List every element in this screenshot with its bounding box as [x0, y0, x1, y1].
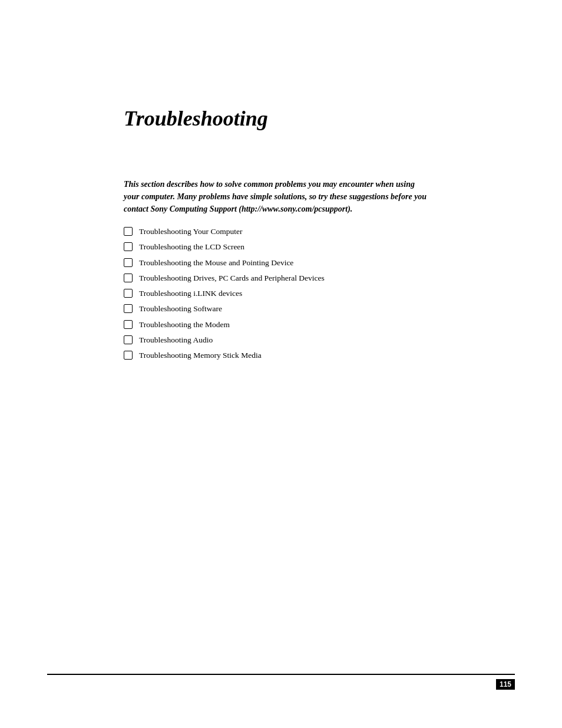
page-number: 115	[496, 679, 515, 690]
list-item: Troubleshooting Audio	[124, 334, 515, 346]
checklist: Troubleshooting Your ComputerTroubleshoo…	[124, 226, 515, 361]
list-item-label: Troubleshooting the Modem	[139, 319, 230, 331]
content-area: Troubleshooting This section describes h…	[124, 0, 515, 361]
list-item: Troubleshooting Your Computer	[124, 226, 515, 238]
list-item: Troubleshooting i.LINK devices	[124, 288, 515, 299]
checkbox-icon	[124, 258, 134, 266]
list-item: Troubleshooting Memory Stick Media	[124, 350, 515, 361]
list-item: Troubleshooting the Modem	[124, 319, 515, 331]
checkbox-icon	[124, 351, 134, 359]
list-item: Troubleshooting the Mouse and Pointing D…	[124, 257, 515, 269]
list-item-label: Troubleshooting Memory Stick Media	[139, 350, 262, 361]
checkbox-icon	[124, 320, 134, 328]
page-title: Troubleshooting	[124, 106, 515, 131]
page: Troubleshooting This section describes h…	[0, 0, 562, 728]
list-item-label: Troubleshooting Software	[139, 303, 222, 315]
list-item-label: Troubleshooting i.LINK devices	[139, 288, 242, 299]
checkbox-icon	[124, 335, 134, 344]
list-item: Troubleshooting Software	[124, 303, 515, 315]
list-item-label: Troubleshooting Audio	[139, 334, 213, 346]
list-item-label: Troubleshooting the LCD Screen	[139, 241, 244, 253]
checkbox-icon	[124, 274, 134, 282]
footer-line	[47, 674, 515, 675]
checkbox-icon	[124, 304, 134, 312]
intro-paragraph: This section describes how to solve comm…	[124, 178, 430, 215]
list-item-label: Troubleshooting the Mouse and Pointing D…	[139, 257, 293, 269]
list-item: Troubleshooting the LCD Screen	[124, 241, 515, 253]
checkbox-icon	[124, 227, 134, 235]
list-item-label: Troubleshooting Drives, PC Cards and Per…	[139, 272, 325, 284]
list-item: Troubleshooting Drives, PC Cards and Per…	[124, 272, 515, 284]
checkbox-icon	[124, 242, 134, 251]
checkbox-icon	[124, 289, 134, 297]
list-item-label: Troubleshooting Your Computer	[139, 226, 242, 238]
